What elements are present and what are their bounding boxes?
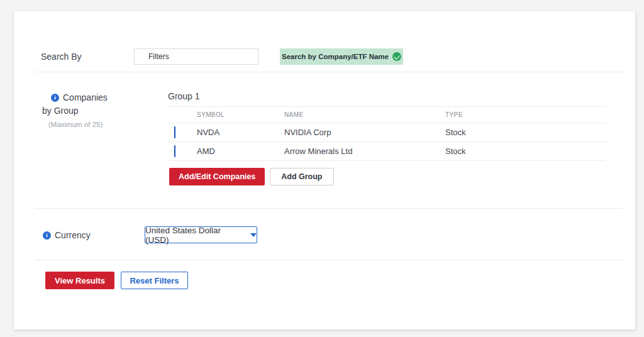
footer-actions: View Results Reset Filters <box>35 272 623 289</box>
filters-panel: Search By Filters Search by Company/ETF … <box>14 11 635 329</box>
info-icon[interactable] <box>51 94 59 102</box>
check-circle-icon <box>392 52 401 61</box>
search-by-label: Search By <box>35 52 134 62</box>
filters-toggle[interactable]: Filters <box>134 48 258 65</box>
group-block: Group 1 SYMBOL NAME TYPE NVDA NVIDIA Cor… <box>168 91 623 208</box>
divider <box>35 260 623 260</box>
companies-by-group-label-block: Companies by Group (Maximum of 25) <box>35 91 168 208</box>
group-buttons: Add/Edit Companies Add Group <box>169 168 623 208</box>
divider <box>35 208 623 209</box>
reset-filters-button[interactable]: Reset Filters <box>121 272 188 289</box>
add-edit-companies-button[interactable]: Add/Edit Companies <box>169 168 265 185</box>
group-title: Group 1 <box>168 91 623 106</box>
table-header-row: SYMBOL NAME TYPE <box>168 107 606 123</box>
type-column-header: TYPE <box>445 111 606 118</box>
info-icon[interactable] <box>43 231 51 240</box>
currency-section: Currency United States Dollar (USD) <box>35 226 623 260</box>
view-results-button[interactable]: View Results <box>45 272 114 289</box>
name-cell: Arrow Minerals Ltd <box>284 146 445 156</box>
currency-label: Currency <box>55 230 91 240</box>
symbol-cell: NVDA <box>197 128 284 137</box>
type-cell: Stock <box>445 128 606 137</box>
add-group-button[interactable]: Add Group <box>270 168 333 185</box>
currency-label-block: Currency <box>35 230 145 240</box>
maximum-note: (Maximum of 25) <box>42 121 168 128</box>
table-row: NVDA NVIDIA Corp Stock <box>168 123 606 142</box>
companies-table: SYMBOL NAME TYPE NVDA NVIDIA Corp Stock … <box>168 106 606 161</box>
row-checkbox[interactable] <box>174 145 175 157</box>
chevron-down-icon <box>250 233 257 237</box>
filters-toggle-label: Filters <box>148 52 169 61</box>
name-cell: NVIDIA Corp <box>284 128 445 137</box>
currency-selected-value: United States Dollar (USD) <box>145 226 245 245</box>
symbol-cell: AMD <box>197 146 284 156</box>
companies-by-group-label: Companies by Group <box>42 91 119 118</box>
search-by-company-etf-button[interactable]: Search by Company/ETF Name <box>280 48 403 65</box>
companies-by-group-section: Companies by Group (Maximum of 25) Group… <box>35 72 623 208</box>
type-cell: Stock <box>445 146 606 156</box>
row-checkbox[interactable] <box>174 126 175 138</box>
search-by-row: Search By Filters Search by Company/ETF … <box>35 11 623 72</box>
name-column-header: NAME <box>284 111 445 118</box>
currency-dropdown[interactable]: United States Dollar (USD) <box>145 226 257 243</box>
table-row: AMD Arrow Minerals Ltd Stock <box>168 142 606 161</box>
symbol-column-header: SYMBOL <box>197 111 284 118</box>
search-by-company-etf-label: Search by Company/ETF Name <box>282 53 389 60</box>
